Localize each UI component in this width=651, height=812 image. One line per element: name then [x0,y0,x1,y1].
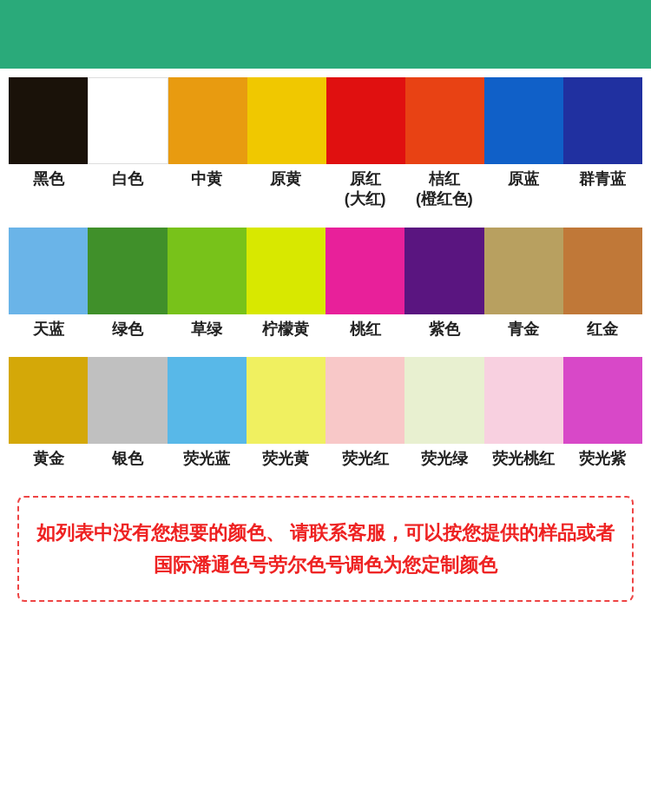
color-label-2-6: 荧光桃红 [484,449,563,469]
page-title [321,16,330,54]
color-label-0-0: 黑色 [9,169,88,210]
color-label-0-2: 中黄 [168,169,247,210]
color-row-3 [9,357,642,444]
color-label-2-3: 荧光黄 [247,449,326,469]
color-swatch-2-2 [168,357,247,444]
color-swatch-1-5 [404,228,483,314]
color-swatch-0-0 [9,77,88,164]
color-label-1-4: 桃红 [326,320,404,340]
color-swatch-2-7 [563,357,642,444]
color-swatch-2-4 [326,357,404,444]
color-swatch-0-5 [405,77,484,164]
color-swatch-0-4 [326,77,405,164]
color-section-3: 黄金银色荧光蓝荧光黄荧光红荧光绿荧光桃红荧光紫 [0,348,651,478]
color-label-0-3: 原黄 [247,169,326,210]
notice-text: 如列表中没有您想要的颜色、 请联系客服，可以按您提供的样品或者 国际潘通色号劳尔… [35,517,616,582]
color-label-2-0: 黄金 [9,449,88,469]
color-label-1-3: 柠檬黄 [247,320,326,340]
color-label-2-1: 银色 [88,449,167,469]
color-swatch-1-0 [9,228,88,314]
color-section-1: 黑色白色中黄原黄原红 (大红)桔红 (橙红色)原蓝群青蓝 [0,69,651,219]
color-label-2-5: 荧光绿 [404,449,483,469]
color-section-2: 天蓝绿色草绿柠檬黄桃红紫色青金红金 [0,219,651,348]
main-content: 黑色白色中黄原黄原红 (大红)桔红 (橙红色)原蓝群青蓝 天蓝绿色草绿柠檬黄桃红… [0,69,651,602]
color-label-0-6: 原蓝 [484,169,563,210]
color-label-1-0: 天蓝 [9,320,88,340]
color-label-2-2: 荧光蓝 [168,449,247,469]
color-swatch-2-3 [247,357,326,444]
color-swatch-2-1 [88,357,167,444]
color-swatch-0-7 [563,77,642,164]
color-label-1-1: 绿色 [88,320,167,340]
color-swatch-2-6 [484,357,563,444]
color-label-1-7: 红金 [563,320,642,340]
color-label-0-7: 群青蓝 [563,169,642,210]
color-label-0-5: 桔红 (橙红色) [404,169,483,210]
color-label-1-2: 草绿 [168,320,247,340]
color-swatch-0-6 [484,77,563,164]
color-label-0-1: 白色 [88,169,167,210]
label-row-1: 黑色白色中黄原黄原红 (大红)桔红 (橙红色)原蓝群青蓝 [9,164,642,219]
color-swatch-1-6 [484,228,563,314]
header [0,0,651,69]
color-swatch-1-1 [88,228,167,314]
color-swatch-1-7 [563,228,642,314]
label-row-3: 黄金银色荧光蓝荧光黄荧光红荧光绿荧光桃红荧光紫 [9,444,642,478]
color-label-2-7: 荧光紫 [563,449,642,469]
color-label-2-4: 荧光红 [326,449,404,469]
color-swatch-0-2 [168,77,247,164]
color-swatch-1-4 [326,228,404,314]
color-label-0-4: 原红 (大红) [326,169,404,210]
color-swatch-1-3 [247,228,326,314]
color-swatch-2-0 [9,357,88,444]
color-label-1-6: 青金 [484,320,563,340]
notice-box: 如列表中没有您想要的颜色、 请联系客服，可以按您提供的样品或者 国际潘通色号劳尔… [17,496,634,603]
color-label-1-5: 紫色 [404,320,483,340]
color-row-1 [9,77,642,164]
label-row-2: 天蓝绿色草绿柠檬黄桃红紫色青金红金 [9,314,642,348]
color-swatch-1-2 [168,228,247,314]
color-swatch-0-1 [88,77,168,164]
color-swatch-0-3 [247,77,326,164]
color-swatch-2-5 [404,357,483,444]
color-row-2 [9,228,642,314]
